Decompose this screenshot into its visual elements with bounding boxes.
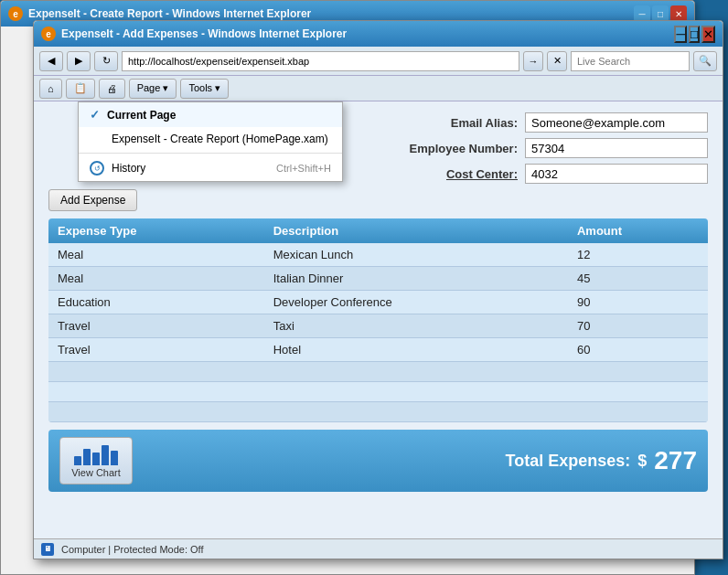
col-amount: Amount [568, 218, 708, 243]
chart-bar-2 [83, 449, 91, 465]
col-expense-type: Expense Type [48, 218, 264, 243]
forward-btn[interactable]: ▶ [67, 51, 91, 71]
print-btn[interactable]: 🖨 [99, 79, 125, 99]
col-description: Description [264, 218, 568, 243]
dropdown-divider [79, 153, 342, 154]
total-label-area: Total Expenses: $ 277 [506, 446, 697, 475]
cost-center-label: Cost Center: [390, 167, 518, 181]
currency-symbol: $ [637, 452, 647, 471]
fg-title-bar: e ExpenseIt - Add Expenses - Windows Int… [34, 21, 723, 47]
email-alias-label: Email Alias: [390, 116, 518, 130]
status-text: Computer | Protected Mode: Off [61, 544, 204, 555]
check-icon: ✓ [90, 108, 100, 122]
toolbar: ⌂ 📋 🖨 Page ▾ Tools ▾ [34, 76, 723, 101]
table-row[interactable]: MealMexican Lunch12 [48, 243, 708, 267]
employee-number-label: Employee Number: [390, 142, 518, 155]
refresh-btn[interactable]: ↻ [94, 51, 118, 71]
table-cell-amount: 60 [568, 338, 708, 362]
table-row[interactable]: MealItalian Dinner45 [48, 267, 708, 291]
bg-window-title: ExpenseIt - Create Report - Windows Inte… [28, 7, 311, 20]
table-header-row: Expense Type Description Amount [48, 218, 708, 243]
stop-btn[interactable]: ✕ [547, 51, 567, 71]
chart-bar-4 [102, 445, 109, 465]
table-cell-description: Mexican Lunch [264, 243, 568, 267]
table-cell-amount: 90 [568, 291, 708, 314]
status-bar: 🖥 Computer | Protected Mode: Off [34, 538, 723, 559]
employee-number-input[interactable] [525, 138, 708, 158]
table-cell-type: Education [48, 291, 264, 314]
bg-ie-icon: e [8, 6, 23, 21]
fg-win-controls: ─ □ ✕ [674, 26, 715, 43]
chart-bar-5 [111, 451, 118, 465]
status-icon: 🖥 [41, 543, 54, 556]
table-cell-type: Meal [48, 267, 264, 291]
view-chart-label: View Chart [71, 467, 121, 478]
view-chart-btn[interactable]: View Chart [59, 437, 133, 484]
table-cell-description: Italian Dinner [264, 267, 568, 291]
tools-btn[interactable]: Tools ▾ [180, 79, 229, 99]
fg-minimize-btn[interactable]: ─ [674, 26, 686, 43]
email-alias-input[interactable] [525, 112, 708, 133]
address-bar: ◀ ▶ ↻ → ✕ 🔍 [34, 47, 723, 76]
dropdown-history-item-label: ExpenseIt - Create Report (HomePage.xam) [112, 133, 328, 145]
table-cell-type: Travel [48, 314, 264, 338]
chart-bar-icon [74, 443, 118, 465]
add-expense-btn[interactable]: Add Expense [48, 189, 137, 211]
table-cell-amount: 70 [568, 314, 708, 338]
dropdown-history[interactable]: ↺ History Ctrl+Shift+H [79, 155, 342, 181]
fg-ie-icon: e [41, 27, 56, 41]
dropdown-menu: ✓ Current Page ExpenseIt - Create Report… [78, 101, 343, 182]
feeds-btn[interactable]: 📋 [66, 79, 95, 99]
chart-bar-3 [92, 453, 100, 465]
table-cell-amount: 45 [568, 267, 708, 291]
cost-center-input[interactable] [525, 164, 708, 184]
fg-close-btn[interactable]: ✕ [701, 26, 715, 43]
history-icon: ↺ [90, 161, 104, 176]
fg-maximize-btn[interactable]: □ [689, 26, 700, 43]
total-expenses-label: Total Expenses: [506, 452, 631, 471]
total-amount: 277 [654, 446, 697, 475]
go-btn[interactable]: → [523, 51, 543, 71]
table-row[interactable]: EducationDeveloper Conference90 [48, 291, 708, 314]
dropdown-current-page[interactable]: ✓ Current Page [79, 102, 342, 127]
fg-window: e ExpenseIt - Add Expenses - Windows Int… [33, 20, 723, 559]
search-btn[interactable]: 🔍 [693, 51, 717, 71]
dropdown-history-label: History [112, 162, 145, 175]
chart-bar-1 [74, 456, 81, 465]
home-btn[interactable]: ⌂ [39, 79, 62, 99]
dropdown-current-label: Current Page [107, 109, 176, 122]
address-input[interactable] [122, 51, 519, 71]
table-cell-description: Taxi [264, 314, 568, 338]
table-row-empty [48, 402, 708, 422]
back-btn[interactable]: ◀ [39, 51, 63, 71]
table-cell-description: Hotel [264, 338, 568, 362]
table-cell-type: Meal [48, 243, 264, 267]
table-row-empty [48, 362, 708, 382]
table-cell-type: Travel [48, 338, 264, 362]
dropdown-history-item[interactable]: ExpenseIt - Create Report (HomePage.xam) [79, 127, 342, 151]
bottom-area: View Chart Total Expenses: $ 277 [48, 430, 708, 492]
search-input[interactable] [571, 51, 690, 71]
page-btn[interactable]: Page ▾ [129, 79, 177, 99]
table-row[interactable]: TravelTaxi70 [48, 314, 708, 338]
expense-table: Expense Type Description Amount MealMexi… [48, 218, 708, 422]
table-cell-amount: 12 [568, 243, 708, 267]
fg-window-title: ExpenseIt - Add Expenses - Windows Inter… [61, 27, 347, 40]
dropdown-history-shortcut: Ctrl+Shift+H [276, 163, 331, 174]
table-cell-description: Developer Conference [264, 291, 568, 314]
table-row-empty [48, 382, 708, 402]
table-row[interactable]: TravelHotel60 [48, 338, 708, 362]
